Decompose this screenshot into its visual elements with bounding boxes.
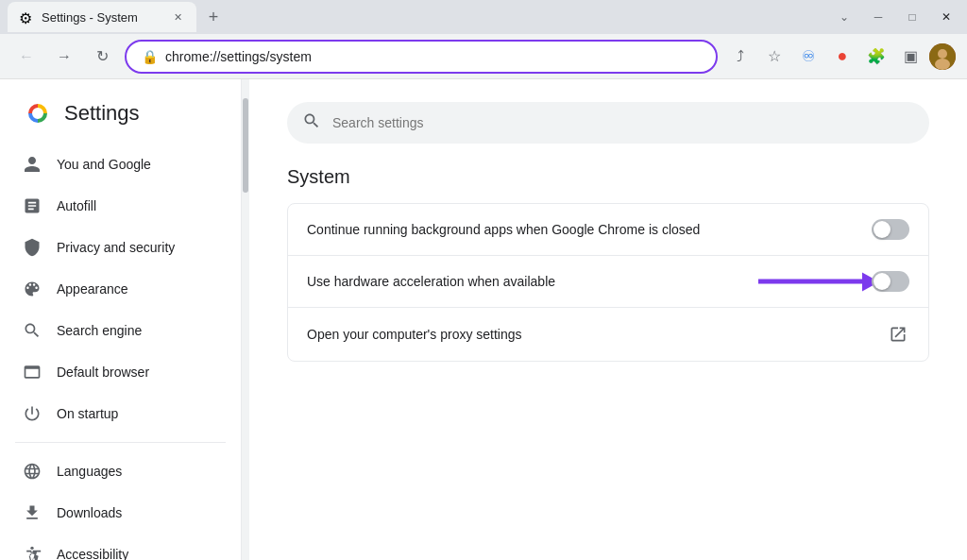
sidebar-item-appearance[interactable]: Appearance <box>0 268 226 310</box>
sidebar-divider <box>15 442 226 443</box>
sidebar-item-languages[interactable]: Languages <box>0 450 226 492</box>
sidebar-item-search-engine[interactable]: Search engine <box>0 310 226 351</box>
window-controls: ⌄ ─ □ ✕ <box>831 4 959 30</box>
google-apps-button[interactable]: ● <box>827 42 857 72</box>
profile-avatar[interactable] <box>929 43 956 70</box>
refresh-button[interactable]: ↻ <box>87 42 117 72</box>
toggle-knob-2 <box>874 273 891 290</box>
sidebar: Settings You and Google Autofill <box>0 79 242 560</box>
settings-row-background-apps: Continue running background apps when Go… <box>288 204 928 256</box>
tab-close-button[interactable]: ✕ <box>170 9 185 25</box>
sidebar-label-downloads: Downloads <box>57 505 122 520</box>
accessibility-icon <box>23 545 42 560</box>
svg-point-1 <box>938 49 947 59</box>
svg-point-3 <box>23 98 53 128</box>
sidebar-item-accessibility[interactable]: Accessibility <box>0 534 226 560</box>
sidebar-items: You and Google Autofill Privacy and secu… <box>0 144 241 560</box>
sidebar-label-search-engine: Search engine <box>57 323 142 338</box>
nav-actions: ⤴ ☆ ♾ ● 🧩 ▣ <box>725 42 956 72</box>
sidebar-label-accessibility: Accessibility <box>57 547 128 560</box>
proxy-settings-label: Open your computer's proxy settings <box>307 327 887 342</box>
hardware-acceleration-label: Use hardware acceleration when available <box>307 274 872 289</box>
sidebar-item-you-and-google[interactable]: You and Google <box>0 144 226 185</box>
shield-icon <box>23 238 42 257</box>
sidebar-item-on-startup[interactable]: On startup <box>0 393 226 434</box>
section-title: System <box>287 166 929 188</box>
settings-logo <box>23 98 53 128</box>
hardware-acceleration-toggle[interactable] <box>872 271 909 292</box>
address-site-icon: 🔒 <box>142 49 158 64</box>
settings-title: Settings <box>64 101 140 126</box>
browser-icon <box>23 363 42 382</box>
scrollbar-track <box>242 79 249 560</box>
bookmark-button[interactable]: ☆ <box>759 42 789 72</box>
settings-card: Continue running background apps when Go… <box>287 203 929 362</box>
svg-point-2 <box>935 59 950 70</box>
main-content: Settings You and Google Autofill <box>0 79 967 560</box>
tab-favicon: ⚙ <box>19 9 34 25</box>
search-input[interactable] <box>332 115 914 130</box>
forward-button[interactable]: → <box>49 42 79 72</box>
search-icon <box>302 111 321 135</box>
palette-icon <box>23 280 42 298</box>
sidebar-label-on-startup: On startup <box>57 406 118 421</box>
receipt-icon <box>23 196 42 215</box>
title-bar: ⚙ Settings - System ✕ + ⌄ ─ □ ✕ <box>0 0 967 34</box>
settings-row-proxy: Open your computer's proxy settings <box>288 308 928 361</box>
sidebar-item-default-browser[interactable]: Default browser <box>0 351 226 393</box>
tab-title: Settings - System <box>42 10 162 25</box>
extensions-button[interactable]: 🧩 <box>861 42 891 72</box>
search-bar[interactable] <box>287 102 929 144</box>
sidebar-label-you-and-google: You and Google <box>57 157 151 172</box>
svg-point-4 <box>30 547 33 550</box>
browser-tab[interactable]: ⚙ Settings - System ✕ <box>8 2 196 32</box>
sidebar-header: Settings <box>0 79 241 144</box>
background-apps-label: Continue running background apps when Go… <box>307 222 872 237</box>
sidebar-label-appearance: Appearance <box>57 281 128 297</box>
content-area: System Continue running background apps … <box>249 79 967 560</box>
address-bar[interactable]: 🔒 chrome://settings/system <box>125 40 718 74</box>
browser-frame: ⚙ Settings - System ✕ + ⌄ ─ □ ✕ ← → ↻ 🔒 … <box>0 0 967 560</box>
external-link-button[interactable] <box>887 323 909 346</box>
sidebar-label-autofill: Autofill <box>57 198 96 213</box>
toggle-knob <box>874 221 891 238</box>
sidebar-label-privacy: Privacy and security <box>57 240 175 255</box>
window-close-button[interactable]: ✕ <box>933 4 959 30</box>
split-view-button[interactable]: ▣ <box>895 42 925 72</box>
back-button[interactable]: ← <box>11 42 42 72</box>
new-tab-button[interactable]: + <box>200 4 227 30</box>
sidebar-label-default-browser: Default browser <box>57 365 149 380</box>
globe-icon <box>23 462 42 481</box>
sidebar-label-languages: Languages <box>57 464 122 479</box>
address-text: chrome://settings/system <box>165 49 701 64</box>
scrollbar-thumb[interactable] <box>243 98 248 193</box>
window-dropdown-button[interactable]: ⌄ <box>831 4 857 30</box>
sidebar-item-privacy[interactable]: Privacy and security <box>0 227 226 268</box>
background-apps-toggle[interactable] <box>872 219 909 240</box>
nav-bar: ← → ↻ 🔒 chrome://settings/system ⤴ ☆ ♾ ●… <box>0 34 967 79</box>
sidebar-item-autofill[interactable]: Autofill <box>0 185 226 227</box>
settings-row-hardware-acceleration: Use hardware acceleration when available <box>288 256 928 308</box>
window-minimize-button[interactable]: ─ <box>865 4 891 30</box>
search-icon <box>23 321 42 340</box>
power-icon <box>23 404 42 423</box>
person-icon <box>23 155 42 174</box>
sidebar-item-downloads[interactable]: Downloads <box>0 492 226 534</box>
window-maximize-button[interactable]: □ <box>899 4 925 30</box>
download-icon <box>23 503 42 522</box>
profile-sync-button[interactable]: ♾ <box>793 42 823 72</box>
share-button[interactable]: ⤴ <box>725 42 755 72</box>
